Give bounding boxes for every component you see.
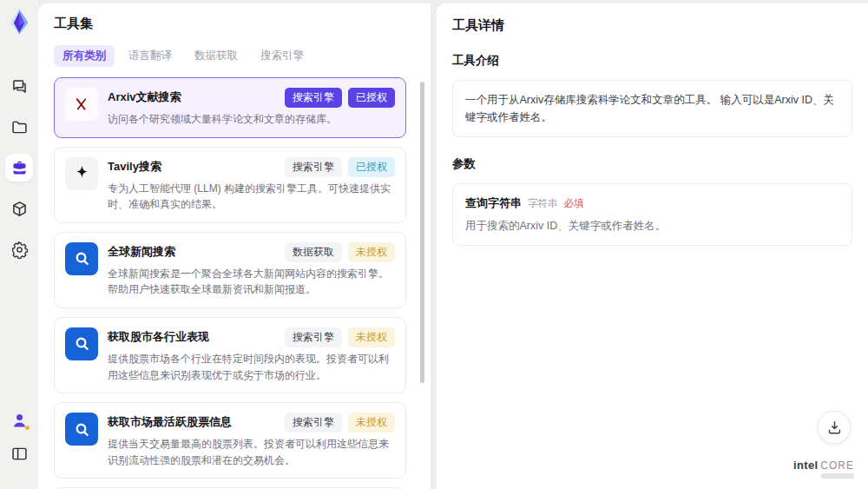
tool-description: 提供股票市场各个行业在特定时间段内的表现。投资者可以利用这些信息来识别表现优于或…: [108, 351, 395, 383]
tools-panel-title: 工具集: [54, 16, 417, 32]
tool-title: Tavily搜索: [108, 157, 161, 175]
tool-list-item[interactable]: Tavily搜索 搜索引擎 已授权 专为人工智能代理 (LLM) 构建的搜索引擎…: [54, 147, 406, 223]
tool-list-item[interactable]: Arxiv文献搜索 搜索引擎 已授权 访问各个研究领域大量科学论文和文章的存储库…: [54, 77, 406, 138]
user-icon[interactable]: [5, 406, 33, 434]
folder-icon[interactable]: [5, 113, 33, 141]
tool-list-item[interactable]: 全球新闻搜索 数据获取 未授权 全球新闻搜索是一个聚合全球各大新闻网站内容的搜索…: [54, 232, 406, 308]
tool-description: 专为人工智能代理 (LLM) 构建的搜索引擎工具。可快速提供实时、准确和真实的结…: [108, 181, 395, 213]
tool-category-badge: 搜索引擎: [285, 327, 342, 347]
news-tool-icon: [65, 242, 98, 275]
intro-text-box: 一个用于从Arxiv存储库搜索科学论文和文章的工具。 输入可以是Arxiv ID…: [452, 80, 852, 137]
tool-description: 全球新闻搜索是一个聚合全球各大新闻网站内容的搜索引擎。帮助用户快速获取全球最新资…: [108, 266, 395, 298]
tool-title: Arxiv文献搜索: [108, 88, 181, 105]
tool-title: 获取股市各行业表现: [108, 327, 209, 345]
app-window: 工具集 所有类别语言翻译数据获取搜索引擎 Arxiv文献搜索 搜索引擎 已授权 …: [0, 0, 868, 489]
tavily-tool-icon: [65, 157, 98, 190]
intro-heading: 工具介绍: [452, 53, 852, 69]
tool-status-badge: 已授权: [348, 157, 395, 177]
category-tabs: 所有类别语言翻译数据获取搜索引擎: [54, 45, 417, 67]
parameter-description: 用于搜索的Arxiv ID、关键字或作者姓名。: [465, 219, 839, 234]
rail-nav: [5, 72, 33, 276]
parameter-type: 字符串: [528, 197, 558, 210]
app-logo-icon: [4, 6, 34, 37]
tools-panel: 工具集 所有类别语言翻译数据获取搜索引擎 Arxiv文献搜索 搜索引擎 已授权 …: [38, 3, 431, 489]
tool-title: 全球新闻搜索: [108, 242, 175, 260]
chat-icon[interactable]: [5, 72, 33, 100]
intel-badge-subline: [821, 473, 854, 479]
tab-1[interactable]: 语言翻译: [120, 45, 181, 67]
news-tool-icon: [65, 413, 98, 446]
tool-list: Arxiv文献搜索 搜索引擎 已授权 访问各个研究领域大量科学论文和文章的存储库…: [54, 77, 417, 489]
icon-rail: [0, 0, 38, 489]
tool-title: 获取市场最活跃股票信息: [108, 413, 232, 430]
params-heading: 参数: [452, 156, 852, 172]
tool-status-badge: 未授权: [348, 242, 395, 262]
parameter-required-flag: 必填: [564, 197, 584, 210]
tool-category-badge: 搜索引擎: [285, 413, 342, 433]
collapse-sidebar-icon[interactable]: [5, 439, 33, 467]
tool-status-badge: 未授权: [348, 327, 395, 347]
parameter-name: 查询字符串: [465, 195, 522, 211]
arxiv-tool-icon: [65, 88, 98, 121]
tab-3[interactable]: 搜索引擎: [252, 45, 312, 67]
tab-0[interactable]: 所有类别: [54, 45, 115, 67]
intel-series-label: core: [820, 459, 854, 472]
tool-category-badge: 搜索引擎: [285, 157, 342, 177]
briefcase-icon[interactable]: [5, 154, 33, 182]
tab-2[interactable]: 数据获取: [186, 45, 247, 67]
cube-icon[interactable]: [5, 195, 33, 222]
news-tool-icon: [65, 327, 98, 360]
parameter-card: 查询字符串 字符串 必填 用于搜索的Arxiv ID、关键字或作者姓名。: [452, 183, 852, 246]
intel-brand-label: intel: [793, 459, 818, 472]
tool-description: 提供当天交易量最高的股票列表。投资者可以利用这些信息来识别流动性强的股票和潜在的…: [108, 436, 395, 468]
tool-category-badge: 搜索引擎: [285, 88, 342, 108]
tool-status-badge: 已授权: [348, 88, 395, 108]
tool-category-badge: 数据获取: [285, 242, 342, 262]
details-title: 工具详情: [452, 17, 852, 34]
download-icon: [826, 420, 843, 436]
tool-details-panel: 工具详情 工具介绍 一个用于从Arxiv存储库搜索科学论文和文章的工具。 输入可…: [437, 3, 868, 489]
tool-status-badge: 未授权: [348, 413, 395, 433]
intel-core-badge: intelcore: [793, 459, 854, 479]
list-scrollbar-thumb[interactable]: [420, 82, 424, 383]
gear-icon[interactable]: [5, 235, 33, 263]
tool-list-item[interactable]: 获取市场最活跃股票信息 搜索引擎 未授权 提供当天交易量最高的股票列表。投资者可…: [54, 402, 406, 479]
tool-list-item[interactable]: 获取股市各行业表现 搜索引擎 未授权 提供股票市场各个行业在特定时间段内的表现。…: [54, 317, 406, 393]
tool-description: 访问各个研究领域大量科学论文和文章的存储库。: [108, 111, 395, 128]
download-button[interactable]: [818, 411, 851, 444]
notification-dot: [25, 426, 30, 430]
